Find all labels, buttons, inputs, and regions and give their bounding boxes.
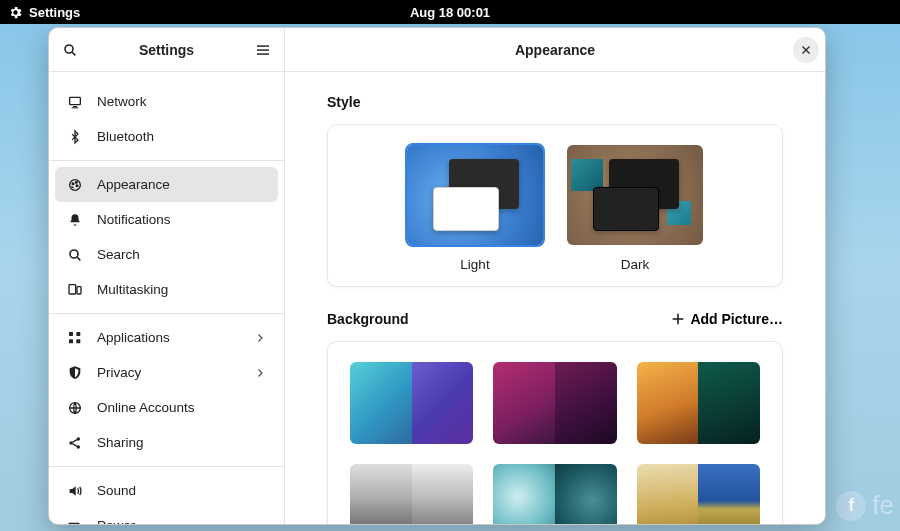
sidebar: Settings NetworkBluetoothAppearanceNotif…: [49, 28, 285, 524]
style-option-light[interactable]: Light: [405, 143, 545, 272]
main-header: Appearance: [285, 28, 825, 72]
svg-rect-4: [257, 53, 269, 54]
background-grid: [328, 342, 782, 524]
sidebar-item-label: Privacy: [97, 365, 141, 380]
background-section-title: Background: [327, 311, 409, 327]
sidebar-item-label: Sharing: [97, 435, 144, 450]
svg-rect-18: [69, 339, 73, 343]
privacy-icon: [67, 365, 83, 381]
bell-icon: [67, 212, 83, 228]
sidebar-item-online-accounts[interactable]: Online Accounts: [55, 390, 278, 425]
fedora-logo-icon: f: [836, 491, 866, 521]
svg-rect-5: [70, 97, 81, 104]
sidebar-item-label: Search: [97, 247, 140, 262]
share-icon: [67, 435, 83, 451]
sidebar-item-sharing[interactable]: Sharing: [55, 425, 278, 460]
svg-rect-6: [73, 106, 77, 107]
plus-icon: [670, 311, 686, 327]
sidebar-separator: [49, 160, 284, 161]
sidebar-header: Settings: [49, 28, 284, 72]
sidebar-item-appearance[interactable]: Appearance: [55, 167, 278, 202]
sidebar-item-bluetooth[interactable]: Bluetooth: [55, 119, 278, 154]
svg-point-0: [65, 45, 73, 53]
sidebar-item-label: Power: [97, 518, 135, 524]
background-card: [327, 341, 783, 524]
sound-icon: [67, 483, 83, 499]
sidebar-item-network[interactable]: Network: [55, 84, 278, 119]
svg-point-11: [76, 184, 78, 186]
svg-rect-15: [77, 286, 81, 293]
sidebar-item-label: Appearance: [97, 177, 170, 192]
svg-rect-19: [76, 339, 80, 343]
style-section-title: Style: [327, 94, 783, 110]
svg-line-13: [77, 257, 80, 260]
top-bar-app-label: Settings: [29, 5, 80, 20]
svg-point-12: [70, 250, 78, 258]
background-tile-6[interactable]: [637, 464, 760, 524]
sidebar-item-power[interactable]: Power: [55, 508, 278, 524]
online-icon: [67, 400, 83, 416]
style-preview-dark: [565, 143, 705, 247]
style-option-dark[interactable]: Dark: [565, 143, 705, 272]
svg-point-10: [75, 181, 77, 183]
sidebar-menu-button[interactable]: [248, 35, 278, 65]
gnome-top-bar: Settings Aug 18 00:01: [0, 0, 900, 24]
background-tile-1[interactable]: [350, 362, 473, 444]
style-option-label: Dark: [621, 257, 650, 272]
multitask-icon: [67, 282, 83, 298]
close-button[interactable]: [793, 37, 819, 63]
sidebar-item-multitasking[interactable]: Multitasking: [55, 272, 278, 307]
page-title: Appearance: [515, 42, 595, 58]
chevron-right-icon: [254, 332, 266, 344]
svg-rect-3: [257, 49, 269, 50]
sidebar-search-button[interactable]: [55, 35, 85, 65]
hamburger-icon: [255, 42, 271, 58]
sidebar-item-label: Bluetooth: [97, 129, 154, 144]
sidebar-item-label: Online Accounts: [97, 400, 195, 415]
sidebar-item-sound[interactable]: Sound: [55, 473, 278, 508]
chevron-right-icon: [254, 367, 266, 379]
sidebar-item-label: Applications: [97, 330, 170, 345]
appearance-icon: [67, 177, 83, 193]
fedora-watermark: f fe: [836, 490, 894, 521]
power-icon: [67, 518, 83, 525]
sidebar-item-notifications[interactable]: Notifications: [55, 202, 278, 237]
sidebar-title: Settings: [139, 42, 194, 58]
style-preview-light: [405, 143, 545, 247]
background-tile-4[interactable]: [350, 464, 473, 524]
apps-icon: [67, 330, 83, 346]
search-icon: [67, 247, 83, 263]
sidebar-item-applications[interactable]: Applications: [55, 320, 278, 355]
background-tile-3[interactable]: [637, 362, 760, 444]
svg-rect-14: [69, 284, 76, 293]
sidebar-item-label: Network: [97, 94, 147, 109]
sidebar-item-privacy[interactable]: Privacy: [55, 355, 278, 390]
close-icon: [800, 44, 812, 56]
svg-rect-2: [257, 45, 269, 46]
sidebar-item-search[interactable]: Search: [55, 237, 278, 272]
top-bar-clock[interactable]: Aug 18 00:01: [410, 5, 490, 20]
style-option-label: Light: [460, 257, 489, 272]
sidebar-item-label: Sound: [97, 483, 136, 498]
svg-rect-7: [72, 107, 79, 108]
content-area: Style LightDark Background Add Picture…: [285, 72, 825, 524]
background-tile-2[interactable]: [493, 362, 616, 444]
gear-icon: [8, 5, 23, 20]
network-icon: [67, 94, 83, 110]
svg-point-9: [72, 182, 74, 184]
background-tile-5[interactable]: [493, 464, 616, 524]
svg-line-1: [72, 52, 75, 55]
sidebar-item-label: Notifications: [97, 212, 171, 227]
style-card: LightDark: [327, 124, 783, 287]
svg-rect-17: [76, 332, 80, 336]
add-picture-button[interactable]: Add Picture…: [670, 311, 783, 327]
svg-point-8: [70, 179, 81, 190]
main-panel: Appearance Style LightDark Background Ad…: [285, 28, 825, 524]
sidebar-item-label: Multitasking: [97, 282, 168, 297]
sidebar-separator: [49, 313, 284, 314]
sidebar-list: NetworkBluetoothAppearanceNotificationsS…: [49, 72, 284, 524]
bluetooth-icon: [67, 129, 83, 145]
svg-rect-24: [69, 523, 79, 524]
top-bar-activities[interactable]: Settings: [8, 5, 80, 20]
settings-window: Settings NetworkBluetoothAppearanceNotif…: [48, 27, 826, 525]
